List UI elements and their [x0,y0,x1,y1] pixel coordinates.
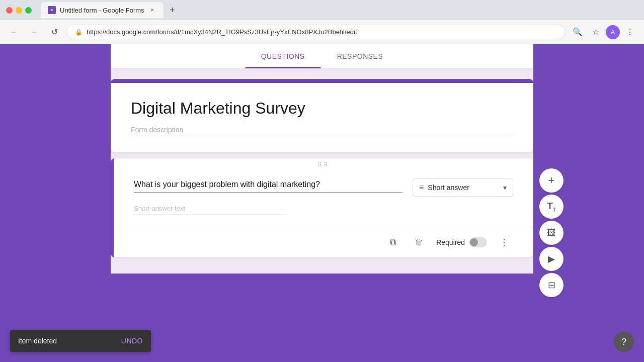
nav-right-icons: 🔍 ☆ A ⋮ [570,24,638,40]
refresh-button[interactable]: ↺ [46,24,62,40]
back-icon: ← [10,28,18,37]
form-title[interactable]: Digital Marketing Survey [131,99,513,118]
tab-title: Untitled form - Google Forms [60,7,144,14]
toggle-thumb [470,238,478,246]
form-title-card: Digital Marketing Survey Form descriptio… [111,79,533,152]
image-icon: 🖼 [547,228,556,238]
required-section: Required [436,237,487,247]
active-tab[interactable]: ≡ Untitled form - Google Forms × [41,2,164,18]
add-icon: + [548,174,555,187]
more-icon: ⋮ [500,237,509,248]
forward-button[interactable]: → [26,24,42,40]
required-label: Required [436,238,465,246]
search-icon-button[interactable]: 🔍 [570,24,586,40]
required-toggle[interactable] [469,237,487,247]
copy-question-button[interactable]: ⧉ [384,233,402,251]
dropdown-arrow-icon: ▾ [503,184,507,192]
section-icon: ⊟ [548,280,555,291]
copy-icon: ⧉ [390,237,396,248]
tab-bar: ≡ Untitled form - Google Forms × + [41,2,180,18]
question-more-button[interactable]: ⋮ [495,233,513,251]
lock-icon: 🔒 [75,29,83,36]
help-icon: ? [621,337,626,347]
text-icon: TT [547,201,555,213]
delete-icon: 🗑 [415,238,423,247]
form-body: Digital Marketing Survey Form descriptio… [111,69,533,274]
delete-question-button[interactable]: 🗑 [410,233,428,251]
traffic-lights [6,7,32,14]
browser-titlebar: ≡ Untitled form - Google Forms × + [0,0,644,20]
question-type-label: Short answer [428,184,499,192]
snackbar: Item deleted UNDO [10,330,151,352]
question-card: ⠿⠿ What is your biggest problem with dig… [111,158,533,257]
tab-favicon-icon: ≡ [48,6,56,14]
answer-placeholder: Short-answer text [134,205,285,215]
right-toolbar: + TT 🖼 ▶ ⊟ [539,168,564,297]
form-container: QUESTIONS RESPONSES Digital Marketing Su… [111,44,533,362]
account-avatar[interactable]: A [606,25,620,39]
refresh-icon: ↺ [51,27,58,37]
form-description-field[interactable]: Form description [131,126,513,136]
help-button[interactable]: ? [614,332,634,352]
tab-responses[interactable]: RESPONSES [321,44,399,68]
address-text: https://docs.google.com/forms/d/1mcXy34N… [87,28,357,36]
close-tab-button[interactable]: × [148,6,156,14]
chrome-more-button[interactable]: ⋮ [622,24,638,40]
minimize-window-button[interactable] [16,7,22,14]
add-title-button[interactable]: TT [539,195,564,219]
browser-chrome: ≡ Untitled form - Google Forms × + ← → ↺… [0,0,644,44]
question-text[interactable]: What is your biggest problem with digita… [134,178,403,193]
undo-button[interactable]: UNDO [121,337,143,345]
add-question-button[interactable]: + [539,168,564,193]
add-section-button[interactable]: ⊟ [539,273,564,297]
question-title-area: What is your biggest problem with digita… [134,178,403,193]
forward-icon: → [30,28,38,37]
short-answer-icon: ≡ [419,183,424,192]
question-actions: ⧉ 🗑 Required ⋮ [134,227,513,257]
address-bar[interactable]: 🔒 https://docs.google.com/forms/d/1mcXy3… [66,25,566,39]
tab-questions[interactable]: QUESTIONS [245,44,321,68]
snackbar-message: Item deleted [18,337,113,345]
back-button[interactable]: ← [6,24,22,40]
navigation-bar: ← → ↺ 🔒 https://docs.google.com/forms/d/… [0,20,644,44]
maximize-window-button[interactable] [25,7,32,14]
question-type-dropdown[interactable]: ≡ Short answer ▾ [413,178,513,197]
form-tabs: QUESTIONS RESPONSES [111,44,533,69]
question-row: What is your biggest problem with digita… [134,170,513,197]
add-video-button[interactable]: ▶ [539,247,564,271]
add-image-button[interactable]: 🖼 [539,221,564,245]
drag-handle[interactable]: ⠿⠿ [317,161,330,168]
main-content: QUESTIONS RESPONSES Digital Marketing Su… [0,44,644,362]
bookmark-icon-button[interactable]: ☆ [588,24,604,40]
new-tab-button[interactable]: + [166,3,180,17]
close-window-button[interactable] [6,7,13,14]
video-icon: ▶ [548,253,555,264]
